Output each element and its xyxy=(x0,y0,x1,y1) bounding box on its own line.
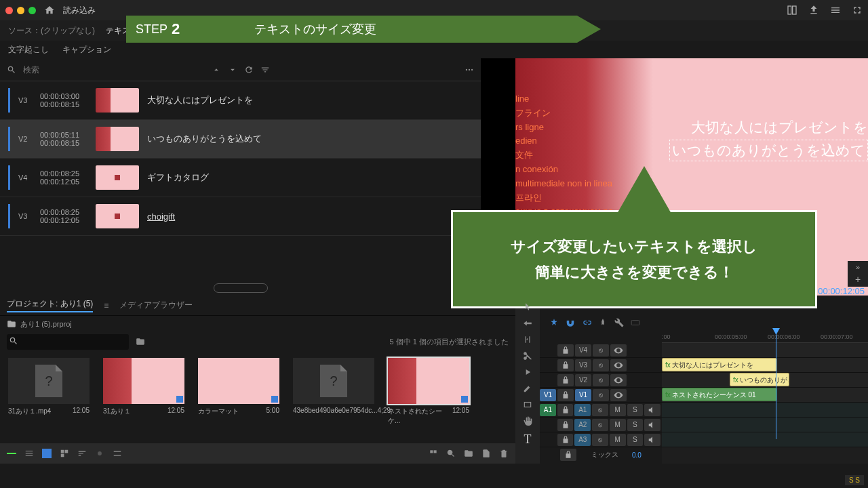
mute-button[interactable]: M xyxy=(610,434,626,446)
bin-item[interactable]: ネストされたシーケ...12:05 xyxy=(388,358,469,426)
fullscreen-icon[interactable] xyxy=(852,5,863,16)
close-window-icon[interactable] xyxy=(5,7,13,14)
slider-handle-icon[interactable] xyxy=(95,449,104,458)
track-target-button[interactable]: V3 xyxy=(575,359,591,371)
auto-icon[interactable] xyxy=(113,449,122,458)
sync-lock-icon[interactable]: ⎋ xyxy=(592,404,608,416)
track-target-button[interactable]: V1 xyxy=(575,389,591,401)
selection-tool-icon[interactable] xyxy=(523,302,532,312)
lock-track-icon[interactable] xyxy=(557,434,574,446)
sync-lock-icon[interactable]: ⎋ xyxy=(593,344,609,357)
pen-tool-icon[interactable] xyxy=(523,384,532,393)
solo-button[interactable]: S xyxy=(627,434,644,446)
lock-track-icon[interactable] xyxy=(557,389,574,401)
voiceover-icon[interactable] xyxy=(644,434,660,446)
source-a1-button[interactable]: A1 xyxy=(540,404,556,416)
track-target-button[interactable]: A2 xyxy=(574,419,591,431)
toggle-output-icon[interactable] xyxy=(610,374,627,386)
trash-icon[interactable] xyxy=(499,449,509,458)
timeline-ruler[interactable]: :0000:00:05:0000:00:06:0000:00:07:00 xyxy=(662,331,868,343)
home-icon[interactable] xyxy=(44,5,55,16)
caption-row[interactable]: V2 00:00:05:1100:00:08:15 いつものありがとうを込めて xyxy=(0,120,481,159)
mix-track-row[interactable]: ミックス0.0 xyxy=(540,447,662,462)
freeform-view-icon[interactable] xyxy=(60,449,69,458)
new-folder-icon[interactable] xyxy=(464,449,473,458)
marker-icon[interactable] xyxy=(598,318,608,327)
pencil-icon[interactable] xyxy=(7,453,16,454)
sync-lock-icon[interactable]: ⎋ xyxy=(592,434,608,446)
video-track-header[interactable]: V3⎋ xyxy=(540,358,662,373)
workspace-icon[interactable] xyxy=(787,5,797,16)
rectangle-tool-icon[interactable] xyxy=(523,400,532,409)
caption-text[interactable]: いつものありがとうを込めて xyxy=(147,133,262,145)
toggle-output-icon[interactable] xyxy=(610,344,627,357)
audio-track-header[interactable]: A2⎋MS xyxy=(540,418,662,432)
video-track-header[interactable]: V1V1⎋ xyxy=(540,388,662,403)
snap-icon[interactable] xyxy=(549,318,559,327)
sync-lock-icon[interactable]: ⎋ xyxy=(592,419,608,431)
import-menu[interactable]: 読み込み xyxy=(63,5,96,16)
caption-row[interactable]: V3 00:00:03:0000:00:08:15 大切な人にはプレゼントを xyxy=(0,81,481,120)
sort-icon[interactable] xyxy=(77,449,87,458)
timeline-clip[interactable]: fxいつものありがとう xyxy=(730,373,789,386)
magnet-icon[interactable] xyxy=(566,318,575,327)
bin-item[interactable]: ?31あり１.mp412:05 xyxy=(8,358,90,416)
filter-icon[interactable] xyxy=(260,65,270,75)
video-track-header[interactable]: V2⎋ xyxy=(540,373,662,388)
razor-tool-icon[interactable] xyxy=(523,351,532,361)
bin-item[interactable]: カラーマット5:00 xyxy=(198,358,279,416)
caption-text[interactable]: ギフトカタログ xyxy=(147,171,209,184)
new-bin-icon[interactable] xyxy=(136,337,145,346)
sync-lock-icon[interactable]: ⎋ xyxy=(593,389,609,401)
transcribe-tab[interactable]: 文字起こし xyxy=(8,44,49,56)
media-browser-tab[interactable]: メディアブラウザー xyxy=(119,300,193,311)
caption-row[interactable]: V3 00:00:08:2500:00:12:05 choigift xyxy=(0,197,481,236)
toggle-output-icon[interactable] xyxy=(610,389,627,401)
view-toggle-icon[interactable] xyxy=(429,449,438,458)
caption-row[interactable]: V4 00:00:08:2500:00:12:05 ギフトカタログ xyxy=(0,159,481,197)
mix-value[interactable]: 0.0 xyxy=(632,451,642,459)
project-tab[interactable]: プロジェクト: あり1 (5) xyxy=(7,298,93,312)
new-item-icon[interactable] xyxy=(481,449,491,458)
maximize-window-icon[interactable] xyxy=(28,7,36,14)
solo-button[interactable]: S xyxy=(627,419,644,431)
track-target-button[interactable]: A3 xyxy=(574,434,591,446)
program-text-line2-selected[interactable]: いつものありがとうを込めて xyxy=(669,140,868,161)
wrench-icon[interactable] xyxy=(614,318,624,327)
minimize-window-icon[interactable] xyxy=(17,7,24,14)
search-icon[interactable] xyxy=(7,65,16,75)
track-target-button[interactable]: V2 xyxy=(575,374,591,386)
project-search-input[interactable] xyxy=(7,334,129,350)
audio-track-header[interactable]: A3⎋MS xyxy=(540,432,662,447)
list-view-icon[interactable] xyxy=(24,449,34,458)
toggle-output-icon[interactable] xyxy=(610,359,627,371)
bin-item[interactable]: ?43e8bed490a6e0e7954dc...4;29 xyxy=(293,358,374,414)
scroll-handle[interactable] xyxy=(0,281,481,296)
lock-track-icon[interactable] xyxy=(557,359,574,371)
track-content[interactable]: :0000:00:05:0000:00:06:0000:00:07:00 fx大… xyxy=(662,331,868,464)
sync-lock-icon[interactable]: ⎋ xyxy=(593,359,609,371)
caption-tab[interactable]: キャプション xyxy=(62,44,111,56)
cc-icon[interactable] xyxy=(631,318,640,327)
solo-button[interactable]: S xyxy=(627,404,644,416)
sync-lock-icon[interactable]: ⎋ xyxy=(593,374,609,386)
add-panel-icon[interactable]: + xyxy=(855,274,861,285)
playhead[interactable] xyxy=(776,331,776,439)
find-icon[interactable] xyxy=(446,449,456,458)
mute-button[interactable]: M xyxy=(610,419,626,431)
caption-text[interactable]: 大切な人にはプレゼントを xyxy=(147,94,253,106)
refresh-icon[interactable] xyxy=(244,65,254,75)
track-select-icon[interactable] xyxy=(523,319,532,328)
caption-search-input[interactable] xyxy=(23,65,205,75)
mute-button[interactable]: M xyxy=(610,404,626,416)
timeline-clip[interactable]: fxネストされたシーケンス 01 xyxy=(662,388,777,401)
expand-panel-icon[interactable]: » xyxy=(856,263,860,271)
source-v1-button[interactable]: V1 xyxy=(540,389,556,401)
track-target-button[interactable]: A1 xyxy=(574,404,591,416)
hand-tool-icon[interactable] xyxy=(523,416,532,426)
caption-text[interactable]: choigift xyxy=(147,211,175,222)
voiceover-icon[interactable] xyxy=(644,419,660,431)
slip-tool-icon[interactable] xyxy=(523,367,532,377)
chevron-down-icon[interactable] xyxy=(228,65,237,75)
video-track-header[interactable]: V4⎋ xyxy=(540,343,662,358)
